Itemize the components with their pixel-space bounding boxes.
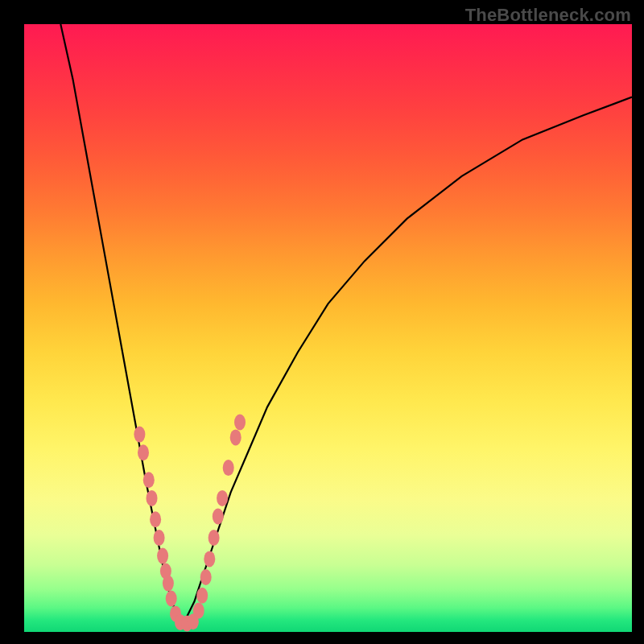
marker-point <box>213 509 224 525</box>
marker-point <box>234 415 246 431</box>
marker-point <box>157 548 168 564</box>
plot-area <box>24 24 632 632</box>
marker-point <box>208 530 220 546</box>
watermark-text: TheBottleneck.com <box>465 5 631 26</box>
marker-point <box>193 603 204 619</box>
marker-point <box>204 551 215 567</box>
marker-point <box>217 490 228 506</box>
marker-point <box>138 444 149 460</box>
chart-frame: TheBottleneck.com <box>0 0 644 644</box>
marker-point <box>150 511 161 527</box>
marker-point <box>166 591 177 607</box>
chart-svg <box>24 24 632 632</box>
marker-point <box>154 530 165 546</box>
marker-point <box>134 427 145 443</box>
marker-point <box>223 460 234 476</box>
marker-point <box>143 472 155 488</box>
marker-point <box>196 588 208 604</box>
marker-point <box>200 569 212 585</box>
marker-point <box>163 576 174 592</box>
curve-right-arm <box>182 97 632 626</box>
marker-point <box>147 490 158 506</box>
marker-point <box>230 429 242 445</box>
curve-markers <box>134 415 246 632</box>
